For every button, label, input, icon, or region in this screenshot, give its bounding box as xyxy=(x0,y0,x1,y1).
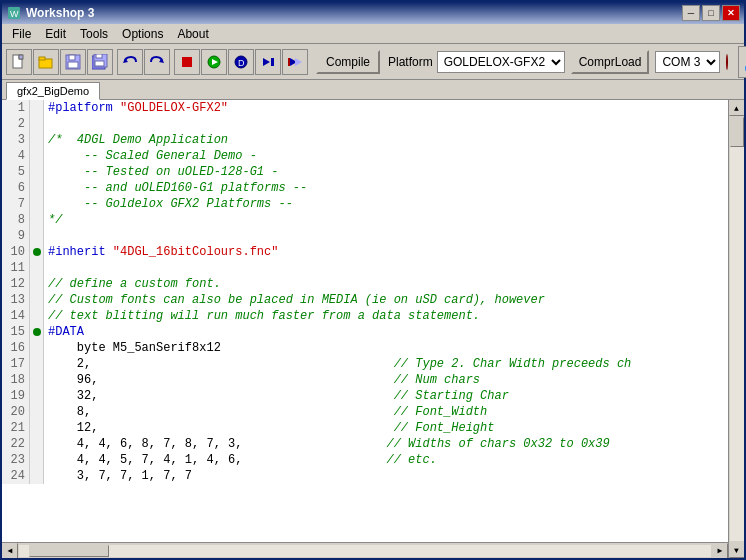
menu-options[interactable]: Options xyxy=(116,25,169,43)
maximize-button[interactable]: □ xyxy=(702,5,720,21)
breakpoint-indicator xyxy=(33,248,41,256)
title-bar-left: W Workshop 3 xyxy=(6,5,94,21)
new-button[interactable] xyxy=(6,49,32,75)
line-indicator-col xyxy=(30,468,44,484)
line-content: 96, // Num chars xyxy=(44,372,480,388)
line-content: 3, 7, 7, 1, 7, 7 xyxy=(44,468,192,484)
table-row: 20 8, // Font_Width xyxy=(2,404,728,420)
scroll-h-thumb[interactable] xyxy=(29,545,109,557)
svg-rect-5 xyxy=(39,57,45,60)
redo-button[interactable] xyxy=(144,49,170,75)
scroll-up-button[interactable]: ▲ xyxy=(729,100,745,116)
table-row: 22 4, 4, 6, 8, 7, 8, 7, 3, // Widths of … xyxy=(2,436,728,452)
minimize-button[interactable]: ─ xyxy=(682,5,700,21)
table-row: 8*/ xyxy=(2,212,728,228)
line-content xyxy=(44,260,48,276)
title-bar: W Workshop 3 ─ □ ✕ xyxy=(2,2,744,24)
line-number: 7 xyxy=(2,196,30,212)
line-number: 3 xyxy=(2,132,30,148)
stepin-button[interactable] xyxy=(282,49,308,75)
editor-inner: 1#platform "GOLDELOX-GFX2"23/* 4DGL Demo… xyxy=(2,100,744,558)
line-number: 24 xyxy=(2,468,30,484)
menu-bar: File Edit Tools Options About xyxy=(2,24,744,44)
line-number: 1 xyxy=(2,100,30,116)
scroll-h-track[interactable] xyxy=(19,545,711,557)
line-number: 17 xyxy=(2,356,30,372)
line-number: 5 xyxy=(2,164,30,180)
title-bar-controls: ─ □ ✕ xyxy=(682,5,740,21)
line-content: // define a custom font. xyxy=(44,276,221,292)
com-indicator xyxy=(726,54,728,70)
file-buttons xyxy=(6,49,113,75)
open-button[interactable] xyxy=(33,49,59,75)
save-button[interactable] xyxy=(60,49,86,75)
table-row: 11 xyxy=(2,260,728,276)
line-number: 4 xyxy=(2,148,30,164)
line-content: #platform "GOLDELOX-GFX2" xyxy=(44,100,228,116)
line-content: 4, 4, 6, 8, 7, 8, 7, 3, // Widths of cha… xyxy=(44,436,610,452)
com-select[interactable]: COM 3 xyxy=(655,51,720,73)
breakpoint-indicator xyxy=(33,328,41,336)
line-content: 32, // Starting Char xyxy=(44,388,509,404)
menu-about[interactable]: About xyxy=(171,25,214,43)
horizontal-scrollbar[interactable]: ◀ ▶ xyxy=(2,542,728,558)
line-number: 9 xyxy=(2,228,30,244)
line-content: 12, // Font_Height xyxy=(44,420,494,436)
toolbar: D Compile Platform GOLDELOX-G xyxy=(2,44,744,80)
line-content: 4, 4, 5, 7, 4, 1, 4, 6, // etc. xyxy=(44,452,437,468)
table-row: 4 -- Scaled General Demo - xyxy=(2,148,728,164)
saveall-button[interactable] xyxy=(87,49,113,75)
line-indicator-col xyxy=(30,308,44,324)
line-indicator-col xyxy=(30,228,44,244)
line-indicator-col xyxy=(30,132,44,148)
svg-rect-24 xyxy=(288,58,290,66)
run-buttons: D xyxy=(174,49,308,75)
stop-button[interactable] xyxy=(174,49,200,75)
line-number: 19 xyxy=(2,388,30,404)
platform-label: Platform xyxy=(388,55,433,69)
table-row: 7 -- Goldelox GFX2 Platforms -- xyxy=(2,196,728,212)
line-number: 13 xyxy=(2,292,30,308)
svg-rect-11 xyxy=(96,54,102,58)
table-row: 12// define a custom font. xyxy=(2,276,728,292)
line-indicator-col xyxy=(30,404,44,420)
table-row: 10#inherit "4DGL_16bitColours.fnc" xyxy=(2,244,728,260)
scroll-down-button[interactable]: ▼ xyxy=(729,542,745,558)
line-content xyxy=(44,228,48,244)
debug-button[interactable]: D xyxy=(228,49,254,75)
menu-file[interactable]: File xyxy=(6,25,37,43)
line-indicator-col xyxy=(30,180,44,196)
vertical-scrollbar[interactable]: ▲ ▼ xyxy=(728,100,744,558)
line-content: */ xyxy=(44,212,62,228)
table-row: 3/* 4DGL Demo Application xyxy=(2,132,728,148)
scroll-v-thumb[interactable] xyxy=(730,117,744,147)
tab-bar: gfx2_BigDemo xyxy=(2,80,744,100)
line-indicator-col xyxy=(30,148,44,164)
line-indicator-col xyxy=(30,420,44,436)
line-number: 22 xyxy=(2,436,30,452)
comprload-button[interactable]: ComprLoad xyxy=(571,50,650,74)
code-editor[interactable]: 1#platform "GOLDELOX-GFX2"23/* 4DGL Demo… xyxy=(2,100,728,558)
platform-select[interactable]: GOLDELOX-GFX2 xyxy=(437,51,565,73)
app-icon: W xyxy=(6,5,22,21)
scroll-v-track[interactable] xyxy=(730,117,744,541)
svg-marker-20 xyxy=(263,58,270,66)
close-button[interactable]: ✕ xyxy=(722,5,740,21)
run-button[interactable] xyxy=(201,49,227,75)
compile-button[interactable]: Compile xyxy=(316,50,380,74)
line-number: 2 xyxy=(2,116,30,132)
undo-button[interactable] xyxy=(117,49,143,75)
table-row: 24 3, 7, 7, 1, 7, 7 xyxy=(2,468,728,484)
menu-edit[interactable]: Edit xyxy=(39,25,72,43)
line-indicator-col xyxy=(30,388,44,404)
step-button[interactable] xyxy=(255,49,281,75)
scroll-right-button[interactable]: ▶ xyxy=(712,543,728,559)
line-number: 23 xyxy=(2,452,30,468)
scroll-left-button[interactable]: ◀ xyxy=(2,543,18,559)
tab-gfx2bigdemo[interactable]: gfx2_BigDemo xyxy=(6,82,100,100)
line-content: // Custom fonts can also be placed in ME… xyxy=(44,292,545,308)
menu-tools[interactable]: Tools xyxy=(74,25,114,43)
line-content: #inherit "4DGL_16bitColours.fnc" xyxy=(44,244,278,260)
line-indicator-col xyxy=(30,164,44,180)
table-row: 16 byte M5_5anSerif8x12 xyxy=(2,340,728,356)
